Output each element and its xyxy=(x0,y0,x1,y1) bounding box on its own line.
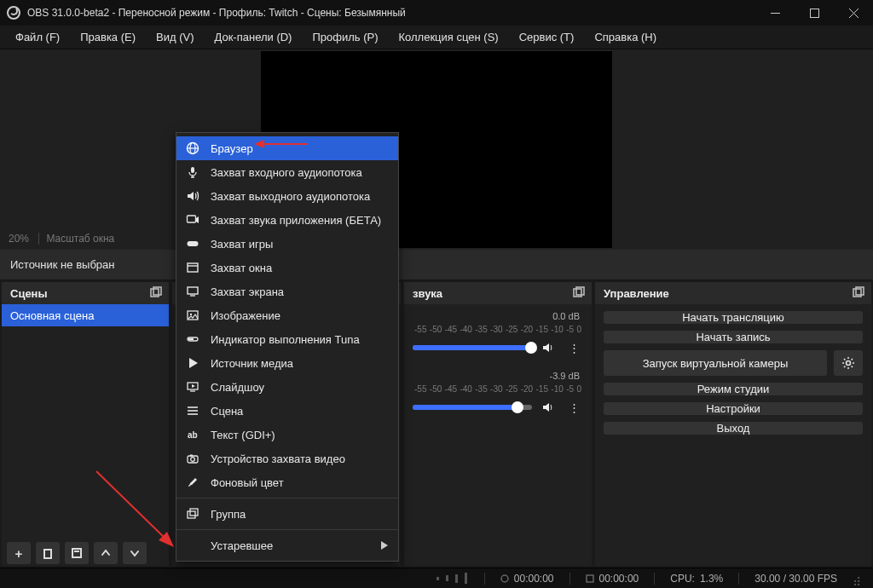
context-menu-label: Захват выходного аудиопотока xyxy=(211,190,370,203)
menu-view[interactable]: Вид (V) xyxy=(147,27,202,47)
context-menu-item[interactable]: Изображение xyxy=(176,303,398,327)
menu-help[interactable]: Справка (H) xyxy=(586,27,665,47)
screen-icon xyxy=(185,285,200,298)
app-audio-icon xyxy=(185,213,200,227)
preview-info: 20% Масштаб окна xyxy=(9,233,114,245)
scenes-header[interactable]: Сцены xyxy=(2,282,169,304)
virtual-cam-button[interactable]: Запуск виртуальной камеры xyxy=(604,350,827,376)
minimize-button[interactable] xyxy=(755,0,795,26)
meter-ticks: -55-50-45-40-35-30-25-20-15-10-50 xyxy=(413,325,583,337)
context-menu-item[interactable]: abТекст (GDI+) xyxy=(176,423,398,447)
context-menu-item[interactable]: Слайдшоу xyxy=(176,375,398,399)
window-icon xyxy=(185,261,200,274)
context-menu-separator xyxy=(176,529,398,530)
popout-icon[interactable] xyxy=(573,286,587,300)
channel-menu-button[interactable]: ⋮ xyxy=(564,398,583,417)
mute-button[interactable] xyxy=(539,338,558,357)
volume-slider[interactable] xyxy=(413,345,532,350)
context-menu-item[interactable]: Захват входного аудиопотока xyxy=(176,160,398,184)
context-menu-item[interactable]: Захват экрана xyxy=(176,280,398,303)
context-menu-item[interactable]: Устаревшее xyxy=(176,533,398,557)
context-menu-label: Сцена xyxy=(211,405,243,418)
context-menu-item[interactable]: Фоновый цвет xyxy=(176,470,398,494)
menu-scenes[interactable]: Коллекция сцен (S) xyxy=(390,27,507,47)
record-time: 00:00:00 xyxy=(500,573,554,585)
live-time: 00:00:00 xyxy=(586,573,639,585)
preview-viewport[interactable] xyxy=(0,49,873,250)
svg-rect-1 xyxy=(810,9,818,17)
move-scene-up-button[interactable] xyxy=(94,542,118,564)
menubar: Файл (F) Правка (E) Вид (V) Док-панели (… xyxy=(0,26,873,49)
scene-item[interactable]: Основная сцена xyxy=(2,304,169,326)
globe-icon xyxy=(185,141,200,155)
scenes-toolbar: + xyxy=(2,540,169,566)
context-menu-label: Захват окна xyxy=(211,262,272,274)
preview-area: 20% Масштаб окна xyxy=(0,49,873,250)
gamepad-icon xyxy=(185,237,200,251)
svg-marker-44 xyxy=(381,541,388,550)
context-menu-item[interactable]: Источник медиа xyxy=(176,351,398,375)
context-menu-item[interactable]: Захват выходного аудиопотока xyxy=(176,184,398,208)
preview-scale-label: Масштаб окна xyxy=(32,233,114,245)
popout-icon[interactable] xyxy=(853,286,866,300)
status-bar: 00:00:00 00:00:00 CPU:1.3% 30.00 / 30.00… xyxy=(0,568,873,588)
virtual-cam-settings-button[interactable] xyxy=(834,350,863,376)
camera-icon xyxy=(185,452,200,465)
context-menu-label: Браузер xyxy=(211,142,253,155)
context-menu-item[interactable]: Захват игры xyxy=(176,232,398,256)
volume-slider[interactable] xyxy=(413,405,532,410)
context-menu-label: Изображение xyxy=(211,309,280,322)
svg-rect-6 xyxy=(44,550,51,558)
context-menu-label: Источник медиа xyxy=(211,357,293,370)
remove-scene-button[interactable] xyxy=(36,542,60,564)
context-menu-item[interactable]: Захват окна xyxy=(176,256,398,280)
svg-marker-31 xyxy=(189,358,198,368)
mixer-header[interactable]: звука xyxy=(404,282,592,304)
no-source-bar: Источник не выбран xyxy=(0,250,873,280)
svg-point-14 xyxy=(847,361,851,366)
context-menu-item[interactable]: Сцена xyxy=(176,399,398,423)
context-menu-item[interactable]: Браузер xyxy=(176,136,398,160)
maximize-button[interactable] xyxy=(795,0,834,26)
mixer-channel: 0.0 dB -55-50-45-40-35-30-25-20-15-10-50… xyxy=(413,308,583,357)
start-stream-button[interactable]: Начать трансляцию xyxy=(604,311,863,324)
scenes-dock: Сцены Основная сцена + xyxy=(2,282,169,566)
context-menu-label: Фоновый цвет xyxy=(211,476,284,489)
svg-rect-23 xyxy=(188,263,198,272)
scene-filters-button[interactable] xyxy=(65,542,89,564)
exit-button[interactable]: Выход xyxy=(604,422,863,435)
menu-docks[interactable]: Док-панели (D) xyxy=(206,27,301,47)
menu-profile[interactable]: Профиль (P) xyxy=(304,27,386,47)
popout-icon[interactable] xyxy=(150,286,164,300)
mute-button[interactable] xyxy=(539,398,558,417)
move-scene-down-button[interactable] xyxy=(123,542,147,564)
menu-tools[interactable]: Сервис (T) xyxy=(511,27,583,47)
context-menu-item[interactable]: Устройство захвата видео xyxy=(176,447,398,470)
channel-db: -3.9 dB xyxy=(550,371,580,381)
text-icon: ab xyxy=(185,428,200,441)
studio-mode-button[interactable]: Режим студии xyxy=(604,383,863,395)
cpu-usage: CPU:1.3% xyxy=(670,573,723,585)
menu-file[interactable]: Файл (F) xyxy=(7,27,68,47)
slideshow-icon xyxy=(185,380,200,394)
scenes-title: Сцены xyxy=(10,287,48,300)
svg-rect-25 xyxy=(188,287,198,294)
brush-icon xyxy=(185,476,200,489)
resize-grip-icon[interactable] xyxy=(853,573,864,585)
add-source-context-menu: БраузерЗахват входного аудиопотокаЗахват… xyxy=(176,132,399,562)
context-menu-item[interactable]: Захват звука приложения (БЕТА) xyxy=(176,208,398,232)
add-scene-button[interactable]: + xyxy=(7,542,31,564)
settings-button[interactable]: Настройки xyxy=(604,402,863,415)
channel-menu-button[interactable]: ⋮ xyxy=(564,338,583,357)
svg-marker-33 xyxy=(192,384,195,388)
mixer-dock: звука 0.0 dB -55-50-45-40-35-30-25-20-15… xyxy=(404,282,592,566)
close-button[interactable] xyxy=(834,0,873,26)
context-menu-label: Захват звука приложения (БЕТА) xyxy=(211,214,381,227)
controls-header[interactable]: Управление xyxy=(595,282,871,304)
context-menu-label: Слайдшоу xyxy=(211,381,264,394)
start-record-button[interactable]: Начать запись xyxy=(604,331,863,343)
context-menu-label: Захват входного аудиопотока xyxy=(211,166,362,179)
context-menu-item[interactable]: Группа xyxy=(176,502,398,526)
context-menu-item[interactable]: Индикатор выполнения Tuna xyxy=(176,327,398,351)
menu-edit[interactable]: Правка (E) xyxy=(72,27,144,47)
